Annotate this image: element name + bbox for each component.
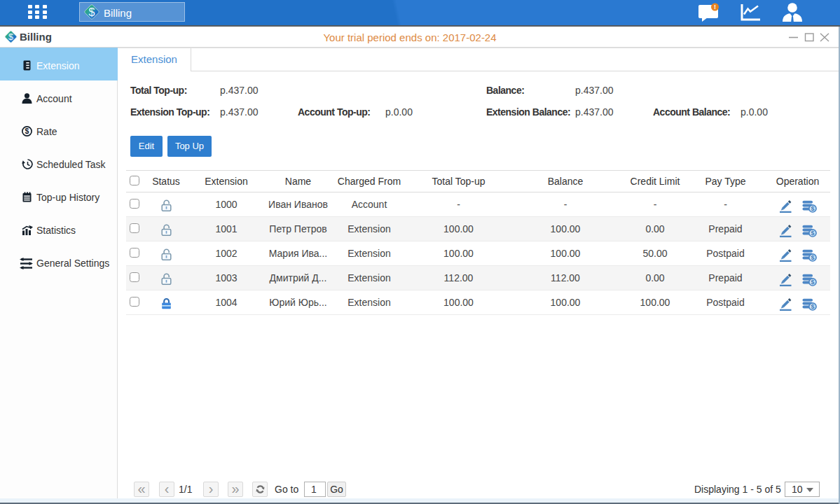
svg-text:$: $ [811, 205, 814, 212]
svg-text:$: $ [811, 279, 814, 286]
svg-text:$: $ [811, 254, 814, 261]
svg-text:$: $ [811, 303, 814, 310]
svg-text:$: $ [811, 230, 814, 237]
svg-text:$: $ [89, 6, 95, 18]
svg-text:!: ! [714, 4, 716, 10]
svg-text:$: $ [25, 127, 29, 135]
